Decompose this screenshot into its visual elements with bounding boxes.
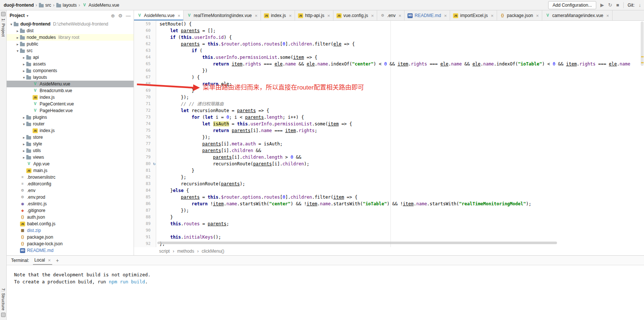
tab-vue.config.js[interactable]: JSvue.config.js× [333,10,377,21]
chevron-down-icon[interactable]: ▾ [15,49,20,53]
tree-item-PageHeader.vue[interactable]: VPageHeader.vue [7,107,134,114]
line-number-67[interactable]: 67 [134,74,156,81]
tab-README.md[interactable]: MDREADME.md× [405,10,450,21]
chevron-right-icon[interactable]: ▸ [21,62,26,66]
line-number-65[interactable]: 65 [134,61,156,67]
chevron-right-icon[interactable]: ▸ [21,155,26,159]
tab-AsideMenu.vue[interactable]: VAsideMenu.vue× [134,10,184,21]
close-icon[interactable]: × [371,13,374,18]
code-line-78[interactable]: parents[i].children && [157,147,644,154]
tree-item-README.md[interactable]: MDREADME.md [7,247,134,254]
chevron-right-icon[interactable]: ▸ [21,55,26,60]
breadcrumb-item[interactable]: src [39,3,51,8]
code-line-83[interactable]: recursionRoute(parents); [157,181,644,187]
line-number-71[interactable]: 71 [134,101,156,107]
code-editor[interactable]: 5960616263646566676869707172737475767778… [134,21,644,247]
tree-item-api[interactable]: ▸api [7,54,134,61]
close-icon[interactable]: × [289,13,292,18]
code-lines[interactable]: setRoute() { let parents = []; if (this.… [157,21,644,247]
tree-item-style[interactable]: ▸style [7,141,134,147]
tree-item-dist.zip[interactable]: ▦dist.zip [7,227,134,234]
tree-item-AsideMenu.vue[interactable]: VAsideMenu.vue [7,81,134,87]
line-number-88[interactable]: 88 [134,214,156,220]
code-line-75[interactable]: return parents[i].name === item.rights; [157,127,644,134]
code-line-70[interactable]: }); [157,94,644,101]
close-icon[interactable]: × [255,13,258,18]
code-line-80[interactable]: recursionRoute(parents[i].children); [157,161,644,167]
line-number-83[interactable]: 83 [134,181,156,187]
line-number-77[interactable]: 77 [134,141,156,147]
editor-breadcrumb-item[interactable]: methods [177,249,194,254]
breadcrumb-item[interactable]: VAsideMenu.vue [82,3,119,8]
breadcrumb-item[interactable]: duoji-frontend [4,3,34,8]
code-line-85[interactable]: parents = this.$router.options.routes[0]… [157,194,644,201]
tree-item-index.js[interactable]: JSindex.js [7,94,134,101]
tree-item-components[interactable]: ▸components [7,67,134,74]
git-update-icon[interactable]: ↓ [639,3,641,7]
editor-gutter[interactable]: 5960616263646566676869707172737475767778… [134,21,156,247]
line-number-72[interactable]: 72 [134,107,156,114]
recursive-call-icon[interactable]: ↻ [153,161,155,167]
breadcrumb-item[interactable]: layouts [56,3,77,8]
chevron-right-icon[interactable]: ▸ [21,115,26,119]
tool-window-icon[interactable] [1,313,6,317]
tool-window-icon[interactable] [1,12,6,16]
tree-item-.editorconfig[interactable]: ≡.editorconfig [7,181,134,187]
code-line-77[interactable]: parents[i].meta.auth = isAuth; [157,141,644,147]
tree-item-assets[interactable]: ▸assets [7,61,134,67]
tree-item-App.vue[interactable]: VApp.vue [7,161,134,167]
tree-item-dist[interactable]: ▸dist [7,27,134,34]
line-number-81[interactable]: 81 [134,167,156,174]
line-number-82[interactable]: 82 [134,174,156,181]
code-line-62[interactable]: parents = this.$router.options.routes[0]… [157,41,644,47]
code-line-61[interactable]: if (this.userInfo.id) { [157,34,644,41]
code-line-86[interactable]: return !item.name.startsWith("center") &… [157,201,644,207]
line-number-60[interactable]: 60 [134,27,156,34]
code-line-65[interactable]: return item.rights === ele.name && ele.n… [157,61,644,67]
close-icon[interactable]: × [48,257,51,263]
line-number-64[interactable]: 64 [134,54,156,61]
analysis-mark[interactable] [641,62,644,63]
scrollbar-thumb[interactable] [641,21,644,66]
close-icon[interactable]: × [536,13,539,18]
tree-item-.browserslistrc[interactable]: ≡.browserslistrc [7,174,134,181]
hide-panel-icon[interactable]: — [126,13,131,18]
close-icon[interactable]: × [178,13,181,18]
tree-item-node_modules[interactable]: ▸node_moduleslibrary root [7,34,134,41]
chevron-down-icon[interactable]: ▾ [9,22,14,26]
chevron-right-icon[interactable]: ▸ [15,42,20,46]
code-line-84[interactable]: }else { [157,187,644,194]
code-line-59[interactable]: setRoute() { [157,21,644,27]
code-line-67[interactable]: ) { [157,74,644,81]
chevron-right-icon[interactable]: ▸ [21,69,26,73]
locate-file-icon[interactable]: ⊕ [111,13,115,18]
editor-breadcrumb-item[interactable]: script [159,249,170,254]
tool-window-project-button[interactable]: 1: Project [1,18,6,37]
line-number-84[interactable]: 84 [134,187,156,194]
tree-item-main.js[interactable]: JSmain.js [7,167,134,174]
tree-item-layouts[interactable]: ▾layouts [7,74,134,81]
tab-index.js[interactable]: JSindex.js× [261,10,295,21]
tree-item-PageContent.vue[interactable]: VPageContent.vue [7,101,134,107]
tree-item-duoji-frontend[interactable]: ▾duoji-frontendD:\zheheWeb\duoji-fronten… [7,21,134,27]
tree-item-package.json[interactable]: {}package.json [7,234,134,240]
line-number-63[interactable]: 63 [134,47,156,54]
code-line-87[interactable]: }); [157,207,644,214]
tree-item-package-lock.json[interactable]: {}package-lock.json [7,240,134,247]
line-number-80[interactable]: 80↻ [134,161,156,167]
rerun-icon[interactable]: ↻ [608,3,612,7]
tree-item-utils[interactable]: ▸utils [7,147,134,154]
tree-item-Breadcrumb.vue[interactable]: VBreadcrumb.vue [7,87,134,94]
code-line-68[interactable]: return ele; [157,81,644,87]
add-configuration-button[interactable]: Add Configuration... [548,1,596,9]
line-number-74[interactable]: 74 [134,121,156,127]
editor-breadcrumb-item[interactable]: clickMenu() [202,249,224,254]
code-line-79[interactable]: parents[i].children.length > 0 && [157,154,644,161]
line-number-69[interactable]: 69 [134,87,156,94]
code-line-73[interactable]: for (let i = 0; i < parents.length; i++)… [157,114,644,121]
close-icon[interactable]: × [606,13,609,18]
new-terminal-button[interactable]: + [56,257,59,263]
code-line-82[interactable]: }; [157,174,644,181]
code-line-81[interactable]: } [157,167,644,174]
close-icon[interactable]: × [491,13,494,18]
